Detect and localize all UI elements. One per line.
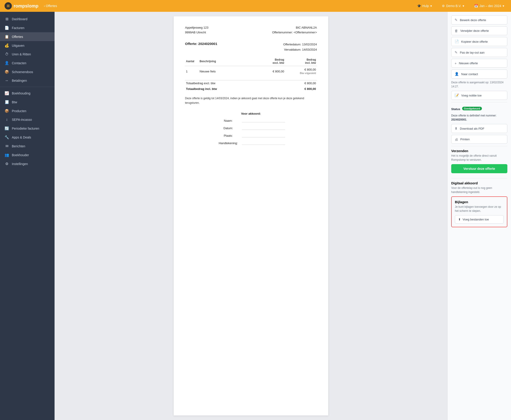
offertenummer-value: <Offertenummer> <box>294 31 317 34</box>
sidebar-item-facturen[interactable]: 📄 Facturen <box>0 23 54 32</box>
sig-naam-line <box>242 122 285 122</box>
offertes-icon: 📋 <box>5 35 9 39</box>
naar-contact-button[interactable]: 👤 Naar contact <box>451 69 507 79</box>
sidebar-item-label: Berichten <box>12 144 25 148</box>
sidebar-item-label: Betalingen <box>12 79 27 82</box>
totals-section: Totaalbedrag excl. btw € 800,00 Totaalbe… <box>185 80 317 92</box>
btw-icon: 🧾 <box>5 100 9 104</box>
verwijder-button[interactable]: 🗑 Verwijder deze offerte <box>451 26 507 35</box>
document-area: Appeltjesweg 123 9999AB Utrecht BIC ABNA… <box>54 12 447 420</box>
logo-icon <box>5 2 12 9</box>
topnav: rompslomp ‹ Offertes 🎓 Hulp ▾ ⚙ Demo B.V… <box>0 0 511 12</box>
nieuwe-offerte-button[interactable]: + Nieuwe offerte <box>451 59 507 68</box>
sidebar-item-instellingen[interactable]: ⚙ Instellingen <box>0 159 54 168</box>
sidebar-item-btw[interactable]: 🧾 Btw <box>0 98 54 106</box>
calendar-icon: 📅 <box>474 4 478 8</box>
btw-note: Btw vrijgesteld <box>300 72 316 75</box>
offertenummer-row: Offertenummer: <Offertenummer> <box>272 30 317 35</box>
vervaldatum-row: Vervaldatum: 14/03/2024 <box>283 47 317 52</box>
sidebar-item-periodiek[interactable]: 🔄 Periodieke facturen <box>0 124 54 133</box>
sidebar-item-label: Dashboard <box>12 17 28 21</box>
totaal-excl-label: Totaalbedrag excl. btw <box>186 82 215 85</box>
sidebar-item-offertes[interactable]: 📋 Offertes <box>0 32 54 41</box>
logo[interactable]: rompslomp <box>5 2 39 9</box>
offertedatum-label: Offertedatum: <box>283 43 301 46</box>
bewerk-button[interactable]: ✎ Bewerk deze offerte <box>451 15 507 24</box>
line-items-table: Aantal Beschrijving Bedragexcl. btw Bedr… <box>185 57 317 76</box>
sidebar-item-boekhouding[interactable]: 📈 Boekhouding <box>0 89 54 98</box>
right-panel: ✎ Bewerk deze offerte 🗑 Verwijder deze o… <box>447 12 511 420</box>
sidebar-item-boekhouder[interactable]: 👥 Boekhouder <box>0 150 54 159</box>
betalingen-icon: ↔ <box>5 79 9 83</box>
help-icon: 🎓 <box>417 4 421 8</box>
doc-header: Appeltjesweg 123 9999AB Utrecht BIC ABNA… <box>185 25 317 35</box>
main-content: Appeltjesweg 123 9999AB Utrecht BIC ABNA… <box>54 12 511 420</box>
svg-rect-2 <box>7 7 9 7</box>
sig-datum-line <box>242 130 285 130</box>
voor-akkoord-title: Voor akkoord: <box>185 112 317 115</box>
sidebar-item-apps-deals[interactable]: 🔧 Apps & Deals <box>0 133 54 142</box>
sidebar-item-dashboard[interactable]: ⊞ Dashboard <box>0 15 54 23</box>
back-button[interactable]: ‹ Offertes <box>44 4 57 8</box>
trash-icon: 🗑 <box>455 29 458 33</box>
offertedatum-value: 13/02/2024 <box>302 43 317 46</box>
sig-datum-label: Datum: <box>217 127 240 130</box>
sidebar-item-producten[interactable]: 📦 Producten <box>0 106 54 115</box>
sig-naam-label: Naam: <box>217 119 240 122</box>
sidebar-item-berichten[interactable]: ✉ Berichten <box>0 142 54 150</box>
sidebar-item-uitgaven[interactable]: 💰 Uitgaven <box>0 41 54 50</box>
sidebar-item-label: Boekhouding <box>12 91 31 95</box>
boekhouder-icon: 👥 <box>5 153 9 157</box>
sidebar-item-label: Facturen <box>12 26 24 30</box>
help-menu[interactable]: 🎓 Hulp ▾ <box>415 3 434 9</box>
sepa-icon: ↕ <box>5 118 9 122</box>
berichten-icon: ✉ <box>5 144 9 148</box>
sig-plaats-line <box>242 137 285 137</box>
apps-icon: 🔧 <box>5 135 9 139</box>
sidebar-item-uren-ritten[interactable]: ⏱ Uren & Ritten <box>0 50 54 59</box>
period-menu[interactable]: 📅 Jan – dec 2024 ▾ <box>472 3 506 9</box>
sidebar-item-contacten[interactable]: 👤 Contacten <box>0 59 54 68</box>
sidebar-item-label: Btw <box>12 100 17 104</box>
main-layout: ⊞ Dashboard 📄 Facturen 📋 Offertes 💰 Uitg… <box>0 12 511 420</box>
notitie-icon: 📝 <box>455 93 459 98</box>
help-chevron-icon: ▾ <box>430 4 432 8</box>
digitaal-title: Digitaal akkoord <box>451 181 507 185</box>
sidebar-item-label: Offertes <box>12 35 23 39</box>
vervaldatum-label: Vervaldatum: <box>284 48 301 51</box>
sidebar-item-label: Boekhouder <box>12 153 29 157</box>
sig-handtekening-row: Handtekening: <box>217 142 285 146</box>
producten-icon: 📦 <box>5 109 9 113</box>
download-pdf-button[interactable]: ⬇ Download als PDF <box>451 124 507 133</box>
offerte-title: Offerte: 2024020001 <box>185 42 217 51</box>
cell-aantal: 1 <box>185 66 199 77</box>
sidebar-item-sepa[interactable]: ↕ SEPA-incasso <box>0 115 54 124</box>
notitie-button[interactable]: 📝 Voeg notitie toe <box>451 91 507 100</box>
sig-handtekening-label: Handtekening: <box>217 142 240 145</box>
verstuur-button[interactable]: Verstuur deze offerte <box>451 164 507 173</box>
address-line2: 9999AB Utrecht <box>185 30 209 35</box>
doc-dates: Offertedatum: 13/02/2024 Vervaldatum: 14… <box>283 42 317 52</box>
sidebar-item-schoenendoos[interactable]: 📦 Schoenendoos <box>0 68 54 76</box>
sidebar-item-betalingen[interactable]: ↔ Betalingen <box>0 76 54 85</box>
schoenendoos-icon: 📦 <box>5 70 9 74</box>
doc-meta: Offerte: 2024020001 Offertedatum: 13/02/… <box>185 42 317 52</box>
periodiek-icon: 🔄 <box>5 126 9 131</box>
voeg-bestanden-button[interactable]: ⬆ Voeg bestanden toe <box>455 215 504 224</box>
verzenden-sub: Het is mogelijk de offerte direct vanuit… <box>451 154 507 162</box>
totaal-incl-value: € 800,00 <box>304 87 316 90</box>
bijlagen-sub: Je kunt bijlagen toevoegen door ze op he… <box>455 205 504 213</box>
sidebar: ⊞ Dashboard 📄 Facturen 📋 Offertes 💰 Uitg… <box>0 12 54 420</box>
status-row: Status Goedgekeurd <box>451 105 507 112</box>
kopieer-button[interactable]: 📄 Kopieer deze offerte <box>451 37 507 46</box>
contact-icon: 👤 <box>455 72 459 76</box>
sidebar-item-label: Instellingen <box>12 162 28 166</box>
layout-button[interactable]: ✎ Pas de lay-out aan <box>451 48 507 57</box>
col-aantal: Aantal <box>185 57 199 66</box>
col-bedrag-incl: Bedragincl. btw <box>285 57 317 66</box>
company-menu[interactable]: ⚙ Demo B.V. ▾ <box>440 3 466 9</box>
digitaal-sub: Voor de offertelay-out is nog geen handt… <box>451 186 507 194</box>
status-label: Status <box>451 107 460 111</box>
print-icon: 🖨 <box>455 137 458 141</box>
print-button[interactable]: 🖨 Printen <box>451 135 507 144</box>
